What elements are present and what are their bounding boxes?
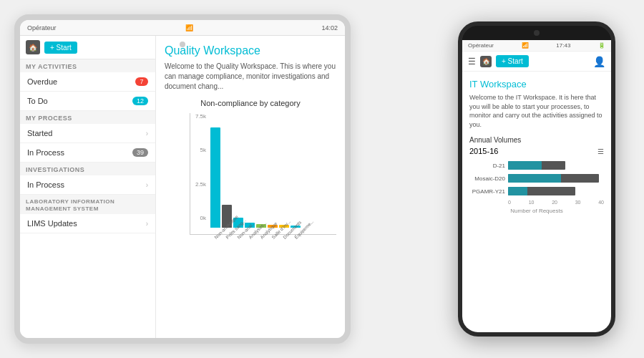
h-bar-label-2: Mosaic-D20 — [469, 175, 505, 182]
h-bar-container-3 — [508, 187, 604, 195]
bar-label-8: Équipeme... — [293, 229, 304, 240]
h-bar-label-1: D-21 — [469, 163, 505, 169]
sidebar-item-investigations-in-process[interactable]: In Process › — [20, 175, 155, 195]
chart-area: 7.5k 5k 2.5k 0k Non-analytique Prêts san… — [190, 113, 336, 235]
h-bar-blue-2 — [508, 174, 561, 183]
start-button[interactable]: + Start — [44, 42, 77, 54]
tablet-camera — [180, 42, 185, 47]
horizontal-bar-chart: D-21 Mosaic-D20 — [469, 161, 604, 214]
phone-operator: Opérateur — [468, 42, 494, 49]
in-process-badge: 39 — [132, 148, 148, 157]
h-bar-container-2 — [508, 174, 604, 183]
h-bar-row-3: PGAMR-Y21 — [469, 187, 604, 195]
phone-camera — [534, 30, 540, 36]
lims-updates-label: LIMS Updates — [27, 219, 77, 228]
home-icon[interactable]: 🏠 — [26, 40, 40, 54]
phone-status-bar: Opérateur 📶 17:43 🔋 — [462, 40, 611, 52]
tablet-wifi-icon: 📶 — [185, 24, 193, 32]
h-bar-row-2: Mosaic-D20 — [469, 174, 604, 183]
tablet-content: 🏠 + Start MY ACTIVITIES Overdue 7 To Do … — [20, 36, 345, 338]
tablet-time: 14:02 — [321, 24, 338, 32]
bar-label-7: Documents — [282, 229, 293, 240]
phone-notch — [462, 26, 611, 40]
tablet-operator: Opérateur — [27, 24, 57, 32]
bar-label-1: Non-analytique — [213, 229, 224, 240]
overdue-label: Overdue — [27, 77, 57, 86]
todo-badge: 12 — [132, 97, 148, 105]
start-label: + Start — [50, 44, 72, 52]
h-bar-row-1: D-21 — [469, 161, 604, 170]
phone-workspace-desc: Welcome to the IT Workspace. It is here … — [469, 93, 604, 129]
phone-toolbar: ☰ 🏠 + Start 👤 — [462, 52, 611, 72]
hamburger-icon[interactable]: ☰ — [468, 57, 476, 67]
phone-home-icon[interactable]: 🏠 — [480, 56, 492, 67]
phone-chart-section: Annual Volumes 2015-16 ☰ D-21 — [469, 136, 604, 214]
phone-battery-icon: 🔋 — [598, 42, 605, 49]
chart-title: Non-compliance by category — [165, 99, 336, 107]
my-activities-header: MY ACTIVITIES — [20, 59, 155, 72]
sidebar-toolbar: 🏠 + Start — [20, 36, 155, 59]
bar-label-5: Analytique — [259, 229, 270, 240]
phone-workspace-title: IT Workspace — [469, 79, 604, 90]
x-tick-10: 10 — [529, 200, 535, 205]
investigations-in-process-label: In Process — [27, 180, 64, 189]
y-label-1: 7.5k — [195, 113, 206, 120]
phone-user-icon[interactable]: 👤 — [593, 56, 605, 67]
phone-start-button[interactable]: + Start — [496, 55, 529, 67]
sidebar-item-overdue[interactable]: Overdue 7 — [20, 72, 155, 92]
y-label-3: 2.5k — [195, 181, 206, 188]
y-label-4: 0k — [200, 215, 206, 221]
in-process-label: In Process — [27, 148, 64, 157]
overdue-badge: 7 — [135, 77, 148, 86]
bar-label-6: Salle d'inv... — [270, 229, 281, 240]
investigations-header: INVESTIGATIONS — [20, 163, 155, 175]
sidebar-item-in-process[interactable]: In Process 39 — [20, 143, 155, 163]
workspace-desc: Welcome to the Quality Workspace. This i… — [165, 62, 336, 92]
tablet-status-bar: Opérateur 📶 14:02 — [20, 20, 345, 36]
started-label: Started — [27, 129, 52, 137]
todo-label: To Do — [27, 97, 48, 105]
x-axis-label: Number of Requests — [469, 208, 604, 214]
bar-group-1: Non-analytique — [210, 127, 220, 234]
x-tick-20: 20 — [552, 200, 557, 205]
tablet: Opérateur 📶 14:02 🏠 + Start MY ACTIVITIE… — [14, 14, 351, 344]
x-tick-0: 0 — [508, 200, 511, 205]
sidebar-item-todo[interactable]: To Do 12 — [20, 92, 155, 111]
h-bar-container-1 — [508, 161, 604, 170]
x-tick-30: 30 — [575, 200, 581, 205]
phone-start-label: + Start — [502, 57, 523, 65]
x-tick-40: 40 — [598, 200, 604, 205]
bar-1 — [210, 127, 220, 228]
chevron-icon-3: › — [146, 220, 148, 228]
phone-wifi-icon: 📶 — [522, 42, 529, 49]
sidebar-item-started[interactable]: Started › — [20, 124, 155, 143]
y-label-2: 5k — [200, 147, 206, 153]
bar-chart: Total 7.5k 5k 2.5k 0k Non-analytique — [165, 113, 336, 235]
phone-screen: Opérateur 📶 17:43 🔋 ☰ 🏠 + Start 👤 IT Wor… — [462, 40, 611, 332]
h-bar-blue-1 — [508, 161, 542, 170]
phone: Opérateur 📶 17:43 🔋 ☰ 🏠 + Start 👤 IT Wor… — [458, 21, 615, 337]
tablet-sidebar: 🏠 + Start MY ACTIVITIES Overdue 7 To Do … — [20, 36, 156, 338]
h-bar-blue-3 — [508, 187, 527, 195]
phone-chart-section-title: Annual Volumes — [469, 136, 604, 144]
phone-time: 17:43 — [556, 42, 570, 49]
lims-header: LABORATORY INFORMATION MANAGEMENT SYSTEM — [20, 195, 155, 214]
chevron-icon-2: › — [146, 181, 148, 189]
sidebar-item-lims-updates[interactable]: LIMS Updates › — [20, 214, 155, 233]
bar-label-4: Analyses... — [248, 229, 258, 240]
phone-main-content: IT Workspace Welcome to the IT Workspace… — [462, 72, 611, 332]
y-axis-labels: 7.5k 5k 2.5k 0k — [190, 113, 209, 221]
hamburger-chart-icon[interactable]: ☰ — [597, 147, 604, 155]
phone-year-header: 2015-16 ☰ — [469, 147, 604, 155]
my-process-header: MY PROCESS — [20, 111, 155, 124]
phone-chart-year: 2015-16 — [469, 147, 498, 155]
bar-label-3: Non-anal... — [236, 229, 247, 240]
x-axis: 0 10 20 30 40 — [469, 200, 604, 205]
chevron-icon: › — [146, 130, 148, 137]
tablet-main-content: Quality Workspace Welcome to the Quality… — [156, 36, 345, 338]
workspace-title: Quality Workspace — [165, 44, 336, 57]
h-bar-label-3: PGAMR-Y21 — [469, 188, 505, 195]
bar-label-2: Prêts sang... — [225, 229, 235, 240]
